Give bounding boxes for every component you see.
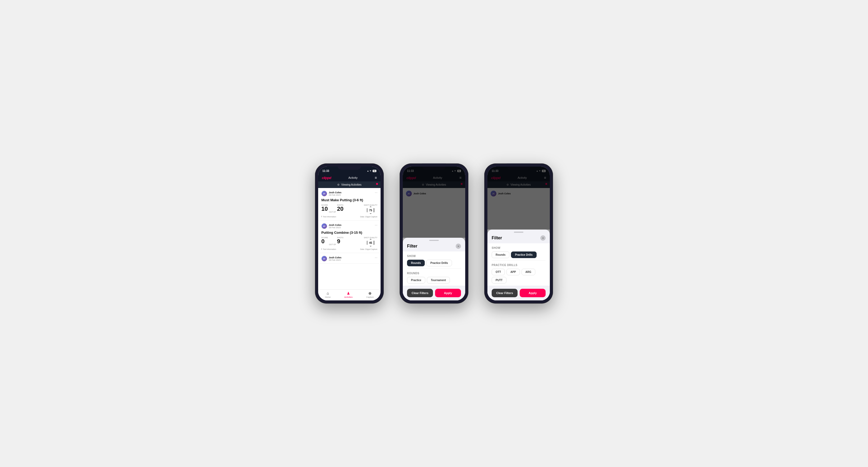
notification-dot <box>376 183 378 185</box>
signal-icon: ▲ <box>367 170 369 172</box>
tournament-btn-2[interactable]: Tournament <box>427 277 450 283</box>
user-info-2: Josh Coles 28 Feb 2023 <box>329 224 341 229</box>
rounds-btn-2[interactable]: Rounds <box>407 260 425 266</box>
tab-capture-label: Capture <box>366 296 374 298</box>
rounds-btn-3[interactable]: Rounds <box>492 251 509 258</box>
nav-bar-1: clippd Activity ≡ <box>318 174 380 181</box>
sheet-header-3: Filter ✕ <box>488 235 550 243</box>
wifi-icon: ᯤ <box>370 170 372 172</box>
arg-btn-3[interactable]: ARG <box>522 269 535 275</box>
rounds-options-2: Practice Tournament <box>407 277 461 283</box>
sheet-header-2: Filter ✕ <box>403 244 465 251</box>
filter-backdrop-3[interactable] <box>488 166 550 229</box>
ott-btn-3[interactable]: OTT <box>492 269 505 275</box>
user-name-1: Josh Coles <box>329 191 341 194</box>
close-button-2[interactable]: ✕ <box>456 244 461 249</box>
hexagon-1: 75 <box>367 207 374 214</box>
tab-capture[interactable]: ⊕ Capture <box>366 291 374 298</box>
outof-1: OUT OF <box>329 211 336 214</box>
user-name-2: Josh Coles <box>329 224 341 226</box>
info-icon-2: ℹ <box>321 248 322 250</box>
sq-value-1: 75 <box>369 209 372 212</box>
clear-filters-btn-2[interactable]: Clear Filters <box>407 289 433 297</box>
show-options-3: Rounds Practice Drills <box>492 251 546 258</box>
status-time: 11:33 <box>322 169 329 173</box>
avatar-img-3: JC <box>321 256 327 261</box>
phone-1: 11:33 ▲ ᯤ 51 clippd Activity ≡ ⚙ Viewing… <box>315 163 384 304</box>
activity-card-2: JC Josh Coles 28 Feb 2023 ··· Putting Co… <box>318 221 380 253</box>
card-3-user: JC Josh Coles 28 Feb 2023 <box>321 256 341 261</box>
show-label-2: Show <box>407 255 461 257</box>
putt-btn-3[interactable]: PUTT <box>492 277 506 283</box>
sq-value-2: 45 <box>369 242 372 244</box>
data-source-1: Data: Clippd Capture <box>360 216 377 218</box>
practice-drills-btn-3[interactable]: Practice Drills <box>511 251 537 258</box>
filter-icon: ⚙ <box>337 183 340 186</box>
apply-btn-2[interactable]: Apply <box>435 289 461 297</box>
avatar-img-1: JC <box>321 191 327 196</box>
card-1-user: JC Josh Coles 28 Feb 2023 <box>321 191 341 196</box>
drills-options-3: OTT APP ARG PUTT <box>492 269 546 283</box>
battery-icon: 51 <box>373 170 376 172</box>
show-options-2: Rounds Practice Drills <box>407 260 461 266</box>
avatar-img-2: JC <box>321 223 327 229</box>
user-date-2: 28 Feb 2023 <box>329 226 341 229</box>
filter-sheet-container-2: Filter ✕ Show Rounds Practice Drills <box>403 166 465 301</box>
shots-block-2: Shots 9 <box>337 237 343 244</box>
app-logo: clippd <box>322 176 331 180</box>
score-value-1: 10 <box>321 206 328 212</box>
phone-1-screen: 11:33 ▲ ᯤ 51 clippd Activity ≡ ⚙ Viewing… <box>318 166 380 301</box>
show-label-3: Show <box>492 246 546 249</box>
practice-btn-2[interactable]: Practice <box>407 277 425 283</box>
shots-block-1: Shots 20 <box>337 204 343 212</box>
outof-2: OUT OF <box>329 244 336 246</box>
hexagon-2: 45 <box>367 239 374 246</box>
apply-btn-3[interactable]: Apply <box>520 289 546 297</box>
card-1-footer: ℹ Test Information Data: Clippd Capture <box>321 216 377 218</box>
clear-filters-btn-3[interactable]: Clear Filters <box>492 289 518 297</box>
card-2-footer: ℹ Test Information Data: Clippd Capture <box>321 248 377 250</box>
tab-activities[interactable]: ♟ Activities <box>344 291 353 298</box>
tab-home-label: Home <box>325 296 331 298</box>
app-btn-3[interactable]: APP <box>506 269 520 275</box>
home-icon: ⌂ <box>327 291 329 295</box>
drills-label-3: Practice Drills <box>492 263 546 267</box>
filter-sheet-container-3: Filter ✕ Show Rounds Practice Drills <box>488 166 550 301</box>
drills-section-3: Practice Drills OTT APP ARG PUTT <box>492 260 546 286</box>
user-name-3: Josh Coles <box>329 256 341 259</box>
sheet-actions-2: Clear Filters Apply <box>403 286 465 301</box>
more-dots-1[interactable]: ··· <box>375 191 377 194</box>
sheet-content-2: Show Rounds Practice Drills Rounds Pract… <box>403 251 465 286</box>
test-info-1: ℹ Test Information <box>321 216 336 218</box>
data-source-2: Data: Clippd Capture <box>360 248 377 250</box>
tab-home[interactable]: ⌂ Home <box>325 291 331 298</box>
card-3-header: JC Josh Coles 28 Feb 2023 ··· <box>321 256 377 261</box>
menu-icon[interactable]: ≡ <box>375 176 377 180</box>
show-section-2: Show Rounds Practice Drills <box>407 251 461 269</box>
card-1-header: JC Josh Coles 28 Feb 2023 ··· <box>321 191 377 196</box>
card-1-stats: Score 10 OUT OF Shots 20 Shot Quality 75 <box>321 204 377 214</box>
practice-drills-btn-2[interactable]: Practice Drills <box>426 260 452 266</box>
filter-sheet-3: Filter ✕ Show Rounds Practice Drills <box>488 229 550 301</box>
avatar-1: JC <box>321 191 327 196</box>
more-dots-2[interactable]: ··· <box>375 223 377 227</box>
viewing-banner-1[interactable]: ⚙ Viewing Activities <box>318 181 380 188</box>
info-label-1: Test Information <box>323 216 336 218</box>
shots-value-1: 20 <box>337 206 343 212</box>
activity-card-3: JC Josh Coles 28 Feb 2023 ··· <box>318 253 380 263</box>
close-button-3[interactable]: ✕ <box>540 235 546 241</box>
card-2-user: JC Josh Coles 28 Feb 2023 <box>321 223 341 229</box>
card-2-header: JC Josh Coles 28 Feb 2023 ··· <box>321 223 377 229</box>
sq-label-1: Shot Quality <box>364 204 377 206</box>
activity-card-1: JC Josh Coles 28 Feb 2023 ··· Must Make … <box>318 188 380 221</box>
activities-icon: ♟ <box>347 291 350 295</box>
user-date-1: 28 Feb 2023 <box>329 194 341 196</box>
more-dots-3[interactable]: ··· <box>375 256 377 259</box>
viewing-activities-text: Viewing Activities <box>341 183 362 186</box>
filter-sheet-2: Filter ✕ Show Rounds Practice Drills <box>403 238 465 301</box>
avatar-3: JC <box>321 256 327 261</box>
tab-activities-label: Activities <box>344 296 353 298</box>
shot-quality-2: Shot Quality 45 <box>364 237 377 246</box>
tab-bar-1: ⌂ Home ♟ Activities ⊕ Capture <box>318 289 380 301</box>
filter-backdrop-2[interactable] <box>403 166 465 238</box>
